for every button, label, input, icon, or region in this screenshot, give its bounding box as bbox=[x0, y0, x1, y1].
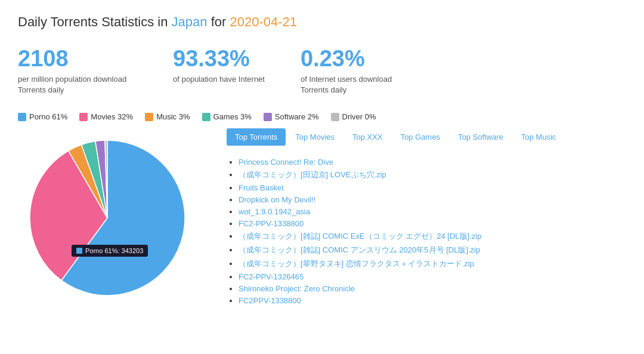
list-item[interactable]: Shironeko Project: Zero Chronicle bbox=[239, 284, 626, 293]
page-title: Daily Torrents Statistics in Japan for 2… bbox=[18, 14, 626, 30]
torrent-link[interactable]: FC2-PPV-1326465 bbox=[239, 272, 304, 281]
legend-label: Games 3% bbox=[213, 112, 252, 121]
legend-color bbox=[18, 113, 26, 121]
torrent-link[interactable]: （成年コミック）[雑誌] COMIC アンスリウム 2020年5月号 [DL版]… bbox=[239, 245, 480, 254]
list-item[interactable]: （成年コミック）[田辺京] LOVEぷち穴.zip bbox=[239, 170, 626, 180]
legend-item: Driver 0% bbox=[331, 112, 376, 121]
chart-area: Porno 61%: 343203 bbox=[18, 128, 209, 307]
stat-number-0: 2108 bbox=[18, 47, 137, 72]
list-item[interactable]: （成年コミック）[翠野タヌキ] 恋情フラクタス＋イラストカード.zip bbox=[239, 258, 626, 269]
legend-label: Software 2% bbox=[275, 112, 319, 121]
tab-top-games[interactable]: Top Games bbox=[392, 128, 448, 146]
stat-label-0: per million population download Torrents… bbox=[18, 74, 137, 96]
list-item[interactable]: Fruits Basket bbox=[239, 183, 626, 192]
stats-row: 2108 per million population download Tor… bbox=[18, 47, 626, 96]
tab-top-movies[interactable]: Top Movies bbox=[287, 128, 343, 146]
stat-label-2: of Internet users download Torrents dail… bbox=[301, 74, 420, 96]
date-label: 2020-04-21 bbox=[230, 14, 297, 29]
legend-item: Software 2% bbox=[264, 112, 319, 121]
legend-label: Movies 32% bbox=[91, 112, 133, 121]
legend-color bbox=[202, 113, 210, 121]
stat-block-0: 2108 per million population download Tor… bbox=[18, 47, 137, 96]
legend-item: Movies 32% bbox=[79, 112, 133, 121]
torrent-link[interactable]: （成年コミック）[雑誌] COMIC ExE（コミック エグゼ）24 [DL版]… bbox=[239, 232, 481, 241]
legend-label: Music 3% bbox=[156, 112, 190, 121]
pie-tooltip: Porno 61%: 343203 bbox=[72, 245, 148, 257]
legend-label: Porno 61% bbox=[29, 112, 67, 121]
stat-number-1: 93.33% bbox=[173, 47, 265, 72]
tab-top-music[interactable]: Top Music bbox=[513, 128, 565, 146]
list-item[interactable]: FC2-PPV-1326465 bbox=[239, 272, 626, 281]
list-item[interactable]: （成年コミック）[雑誌] COMIC アンスリウム 2020年5月号 [DL版]… bbox=[239, 245, 626, 256]
stat-block-1: 93.33% of population have Internet bbox=[173, 47, 265, 96]
list-item[interactable]: FC2-PPV-1338800 bbox=[239, 219, 626, 228]
torrent-link[interactable]: （成年コミック）[田辺京] LOVEぷち穴.zip bbox=[239, 170, 386, 179]
legend-item: Games 3% bbox=[202, 112, 252, 121]
tabs-row: Top TorrentsTop MoviesTop XXXTop GamesTo… bbox=[227, 128, 626, 146]
tooltip-label: Porno 61%: 343203 bbox=[85, 247, 143, 254]
tab-top-xxx[interactable]: Top XXX bbox=[344, 128, 391, 146]
torrent-link[interactable]: FC2PPV-1338800 bbox=[239, 296, 301, 305]
main-content: Porno 61%: 343203 Top TorrentsTop Movies… bbox=[18, 128, 626, 308]
torrent-link[interactable]: Shironeko Project: Zero Chronicle bbox=[239, 284, 355, 293]
stat-label-1: of population have Internet bbox=[173, 74, 265, 85]
legend-item: Music 3% bbox=[145, 112, 190, 121]
country-label: Japan bbox=[172, 14, 208, 29]
list-item[interactable]: FC2PPV-1338800 bbox=[239, 296, 626, 305]
torrent-link[interactable]: Princess Connect! Re: Dive bbox=[239, 158, 333, 167]
list-item[interactable]: Princess Connect! Re: Dive bbox=[239, 158, 626, 167]
legend-color bbox=[145, 113, 153, 121]
date-prefix: for bbox=[208, 14, 230, 29]
torrent-link[interactable]: Fruits Basket bbox=[239, 183, 284, 192]
list-item[interactable]: Dropkick on My Devil!! bbox=[239, 195, 626, 204]
legend-color bbox=[79, 113, 88, 121]
list-item[interactable]: （成年コミック）[雑誌] COMIC ExE（コミック エグゼ）24 [DL版]… bbox=[239, 231, 626, 242]
stat-number-2: 0.23% bbox=[301, 47, 420, 72]
torrent-list: Princess Connect! Re: Dive（成年コミック）[田辺京] … bbox=[227, 158, 626, 305]
torrent-link[interactable]: FC2-PPV-1338800 bbox=[239, 219, 304, 228]
legend-label: Driver 0% bbox=[342, 112, 376, 121]
title-prefix: Daily Torrents Statistics in bbox=[18, 14, 172, 29]
legend-item: Porno 61% bbox=[18, 112, 67, 121]
tabs-and-list: Top TorrentsTop MoviesTop XXXTop GamesTo… bbox=[227, 128, 626, 308]
pie-chart: Porno 61%: 343203 bbox=[18, 128, 197, 307]
tab-top-software[interactable]: Top Software bbox=[450, 128, 512, 146]
legend-color bbox=[331, 113, 339, 121]
list-item[interactable]: wot_1.9.0.1942_asia bbox=[239, 207, 626, 216]
tooltip-dot bbox=[76, 248, 82, 254]
stat-block-2: 0.23% of Internet users download Torrent… bbox=[301, 47, 420, 96]
legend-row: Porno 61%Movies 32%Music 3%Games 3%Softw… bbox=[18, 112, 626, 121]
torrent-link[interactable]: （成年コミック）[翠野タヌキ] 恋情フラクタス＋イラストカード.zip bbox=[239, 259, 474, 268]
legend-color bbox=[264, 113, 272, 121]
torrent-link[interactable]: wot_1.9.0.1942_asia bbox=[239, 207, 310, 216]
torrent-link[interactable]: Dropkick on My Devil!! bbox=[239, 195, 315, 204]
tab-top-torrents[interactable]: Top Torrents bbox=[227, 128, 286, 146]
